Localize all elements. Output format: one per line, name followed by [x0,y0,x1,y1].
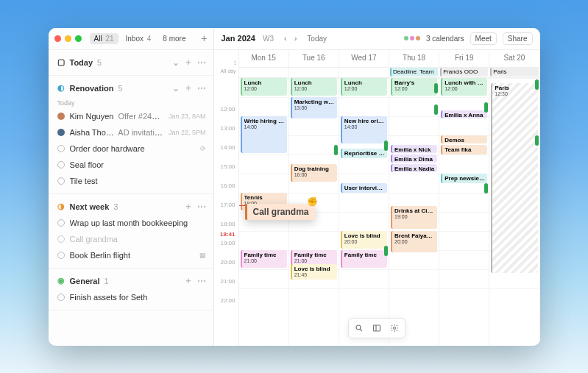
calendar-event[interactable]: User interviews [341,183,387,193]
task-handle[interactable] [535,135,539,146]
task-check[interactable] [57,235,65,243]
allday-event[interactable]: Francis OOO [440,68,488,77]
task-check[interactable] [57,161,65,168]
task-item[interactable]: Tile test [57,173,206,189]
general-add-button[interactable]: + [185,276,191,286]
meet-button[interactable]: Meet [470,32,497,45]
task-handle[interactable] [434,83,438,93]
calendar-event[interactable]: Marketing weekly sync13:00 [291,97,337,118]
today-button[interactable]: Today [307,35,327,43]
calendar-event[interactable]: Write hiring criteria14:00 [241,116,287,153]
task-check[interactable] [57,145,65,152]
calendar-event[interactable]: Paris12:30 [491,83,537,273]
calendar-event[interactable]: Emilia x Nick [391,145,437,153]
share-button[interactable]: Share [503,32,533,45]
task-item[interactable]: Wrap up last month bookkeeping [57,215,206,231]
task-item[interactable]: Order door hardware⟳ [57,141,206,157]
calendar-event[interactable]: Love is blind20:00 [341,231,387,249]
task-check[interactable] [57,219,65,227]
calendar-event[interactable]: New hire orientation14:00 [341,116,387,143]
day-column[interactable]: Lunch with Eric12:00Emilia x AnnaDemosTe… [439,78,489,346]
svg-point-4 [394,327,396,329]
section-general-header[interactable]: ◉ General 1 +⋯ [57,273,206,289]
allday-event[interactable]: Paris [490,68,538,77]
section-nextweek: ◑ Next week 3 +⋯ Wrap up last month book… [49,194,213,269]
task-handle[interactable] [384,141,388,151]
calendar-event[interactable]: Lunch12:00 [241,78,287,96]
task-handle[interactable] [484,102,488,113]
task-item[interactable]: Book Berlin flight▦ [57,247,206,263]
next-week-button[interactable]: › [291,32,300,44]
task-check[interactable] [57,294,65,301]
task-item[interactable]: Finish assets for Seth [57,289,206,305]
task-item[interactable]: Call grandma [57,231,206,247]
general-more-button[interactable]: ⋯ [197,276,206,286]
section-nextweek-header[interactable]: ◑ Next week 3 +⋯ [57,199,206,215]
task-handle[interactable] [484,183,488,193]
day-header: Wed 17 [339,50,389,67]
day-column[interactable]: Paris12:30 [489,78,539,346]
task-handle[interactable] [434,104,438,115]
maximize-window-button[interactable] [75,35,82,42]
calendar-toolbar: Jan 2024 W3 ‹ › Today 3 calendars Meet S… [214,28,540,50]
nextweek-add-button[interactable]: + [185,202,191,212]
day-column[interactable]: Barry's12:00Emilia x NickEmilia x DimaEm… [389,78,439,346]
day-header: Fri 19 [439,50,489,67]
calendar-event[interactable]: Demos [441,135,487,143]
calendar-event[interactable]: Family time21:00 [241,250,287,268]
calendar-event[interactable]: Love is blind21:45 [291,264,337,280]
renovation-more-button[interactable]: ⋯ [197,83,206,93]
calendar-grid[interactable]: ⟟ All day 12:0013:0014:0015:0016:0017:00… [214,50,540,346]
today-more-button[interactable]: ⋯ [197,57,206,68]
calendar-event[interactable]: Lunch12:00 [341,78,387,96]
calendar-event[interactable]: Prep newsletter [441,174,487,184]
task-check[interactable] [57,252,65,259]
tab-inbox[interactable]: Inbox 4 [121,33,156,44]
calendar-event[interactable]: Reprioritise roll [341,149,387,159]
tab-more[interactable]: 8 more [158,33,190,44]
calendar-event[interactable]: Family time [341,250,387,268]
calendar-event[interactable]: Emilia x Anna [441,110,487,118]
calendar-event[interactable]: Emilia x Nadia [391,164,437,172]
svg-point-0 [356,325,361,330]
renovation-add-button[interactable]: + [185,83,191,93]
search-button[interactable] [351,321,367,335]
today-expand-icon[interactable]: ⌄ [172,57,180,68]
calendar-day-icon: ▢ [57,58,65,66]
day-column[interactable]: Lunch12:00New hire orientation14:00Repri… [339,78,389,346]
section-today-header[interactable]: ▢ Today 5 ⌄+⋯ [57,54,206,71]
calendars-count[interactable]: 3 calendars [426,35,464,43]
add-list-button[interactable]: + [201,32,207,44]
calendar-event[interactable]: Lunch with Eric12:00 [441,78,487,96]
renovation-expand-icon[interactable]: ⌄ [172,83,180,93]
calendar-event[interactable]: Brent Faiyaz w/ Erica20:00 [391,231,437,252]
prev-week-button[interactable]: ‹ [281,32,290,44]
settings-button[interactable] [386,321,403,335]
calendar-event[interactable]: Drinks at Ciccio's19:00 [391,206,437,230]
task-item[interactable]: Seal floor [57,157,206,173]
day-header: Thu 18 [389,50,439,67]
allday-event[interactable]: Deadline: Team [390,68,438,77]
nextweek-icon: ◑ [57,202,65,210]
layout-toggle-button[interactable] [369,321,385,335]
today-add-button[interactable]: + [185,57,191,68]
sidebar: All 21 Inbox 4 8 more + ▢ Today 5 ⌄+⋯ ◐ … [49,28,214,346]
tab-all[interactable]: All 21 [90,33,118,44]
calendar-event[interactable]: Team fika [441,145,487,155]
task-handle[interactable] [384,246,388,256]
bottom-toolbar [348,318,405,338]
nextweek-more-button[interactable]: ⋯ [197,202,206,212]
dragging-task[interactable]: Call grandma ✊ [245,204,315,220]
task-check[interactable] [57,177,65,185]
calendar-event[interactable]: Barry's12:00 [391,78,437,96]
section-renovation-header[interactable]: ◐ Renovation 5 ⌄+⋯ [57,80,206,96]
list-item[interactable]: Kim Nguyen Offer #240124 Jan 23, 8AM [57,108,206,124]
close-window-button[interactable] [54,35,61,42]
task-handle[interactable] [334,145,338,155]
minimize-window-button[interactable] [65,35,71,42]
calendar-event[interactable]: Emilia x Dima [391,154,437,163]
calendar-event[interactable]: Lunch12:00 [291,78,337,96]
list-item[interactable]: Aisha Tho… AD invitation Jan 22, 5PM [57,124,206,141]
calendar-event[interactable]: Dog training16:00 [291,164,337,182]
task-handle[interactable] [535,79,539,90]
